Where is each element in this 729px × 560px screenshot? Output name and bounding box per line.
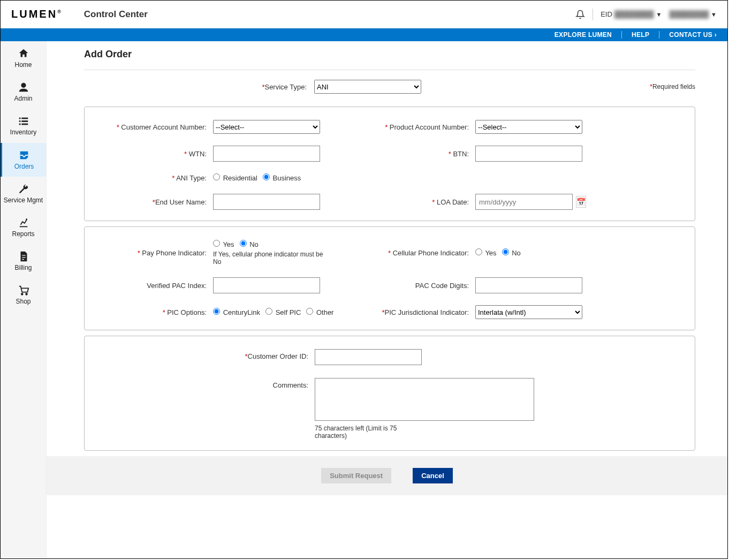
prod-acct-select[interactable]: --Select-- — [475, 120, 582, 134]
invoice-icon — [18, 251, 29, 262]
order-comments-panel: *Customer Order ID: Comments: 75 charact… — [84, 336, 695, 451]
eid-dropdown[interactable]: EID ████████ ▼ — [601, 10, 662, 18]
chart-icon — [18, 217, 29, 229]
footer-actions: Submit Request Cancel — [47, 456, 727, 495]
pac-digits-label: PAC Code Digits: — [325, 282, 475, 290]
cust-order-label: *Customer Order ID: — [95, 349, 315, 360]
submit-button[interactable]: Submit Request — [321, 468, 391, 483]
comments-label: Comments: — [95, 378, 315, 389]
nav-reports[interactable]: Reports — [1, 210, 46, 244]
pic-self-radio[interactable]: Self PIC — [265, 308, 301, 316]
nav-billing[interactable]: Billing — [1, 244, 46, 278]
svg-rect-5 — [19, 124, 20, 125]
ani-residential-radio[interactable]: Residential — [213, 173, 257, 182]
cart-icon — [18, 284, 29, 296]
top-header: LUMEN® Control Center EID ████████ ▼ ███… — [1, 1, 727, 28]
explore-lumen-link[interactable]: EXPLORE LUMEN — [555, 31, 612, 39]
prod-acct-label: * Product Account Number: — [325, 123, 475, 131]
eid-value: ████████ — [614, 10, 654, 18]
btn-label: * BTN: — [325, 150, 475, 158]
pic-centurylink-radio[interactable]: CenturyLink — [213, 308, 260, 316]
chevron-right-icon: › — [715, 31, 717, 39]
inbox-icon — [18, 149, 30, 161]
user-icon — [18, 81, 29, 93]
divider — [84, 70, 695, 70]
svg-point-7 — [21, 293, 22, 295]
cellular-no-radio[interactable]: No — [502, 248, 521, 257]
service-type-select[interactable]: ANI — [314, 80, 421, 94]
loa-date-label: * LOA Date: — [325, 198, 475, 206]
loa-date-input[interactable] — [475, 194, 573, 210]
list-icon — [18, 115, 29, 127]
pac-index-input[interactable] — [213, 277, 320, 293]
cancel-button[interactable]: Cancel — [413, 468, 453, 483]
svg-rect-3 — [19, 120, 20, 122]
contact-us-link[interactable]: CONTACT US › — [669, 31, 717, 39]
char-count-note: 75 characters left (Limit is 75 characte… — [315, 425, 427, 440]
cellular-yes-radio[interactable]: Yes — [475, 248, 497, 257]
chevron-down-icon: ▼ — [656, 11, 662, 18]
separator — [621, 31, 622, 39]
pac-index-label: Verified PAC Index: — [95, 282, 213, 290]
phone-panel: * Pay Phone Indicator: Yes No If Yes, ce… — [84, 226, 695, 330]
payphone-yes-radio[interactable]: Yes — [213, 240, 234, 248]
svg-rect-1 — [19, 118, 20, 119]
logo: LUMEN® — [11, 8, 63, 20]
nav-home[interactable]: Home — [1, 41, 46, 75]
nav-orders[interactable]: Orders — [1, 143, 46, 177]
help-link[interactable]: HELP — [632, 31, 649, 39]
cust-order-input[interactable] — [315, 349, 422, 365]
payphone-label: * Pay Phone Indicator: — [95, 249, 213, 257]
wrench-icon — [18, 183, 29, 195]
separator — [659, 31, 659, 39]
main-content: Add Order *Service Type: ANI *Required f… — [47, 41, 727, 558]
home-icon — [18, 48, 29, 59]
payphone-hint: If Yes, cellular phone indicator must be… — [213, 251, 325, 266]
end-user-input[interactable] — [213, 194, 320, 210]
user-dropdown[interactable]: ████████ ▼ — [669, 10, 717, 18]
nav-shop[interactable]: Shop — [1, 278, 46, 312]
pic-options-label: * PIC Options: — [95, 308, 213, 316]
svg-rect-2 — [21, 118, 28, 119]
app-title: Control Center — [84, 9, 148, 20]
separator — [593, 9, 593, 20]
notifications-icon[interactable] — [575, 10, 585, 19]
utility-bar: EXPLORE LUMEN HELP CONTACT US › — [1, 28, 727, 41]
chevron-down-icon: ▼ — [711, 11, 717, 18]
payphone-no-radio[interactable]: No — [240, 240, 259, 248]
pic-juris-label: *PIC Jurisdictional Indicator: — [325, 308, 475, 316]
ani-business-radio[interactable]: Business — [263, 173, 301, 182]
comments-textarea[interactable] — [315, 378, 534, 421]
pac-digits-input[interactable] — [475, 277, 582, 293]
account-panel: * Customer Account Number: --Select-- * … — [84, 107, 695, 221]
left-nav: Home Admin Inventory Orders Service Mgmt… — [1, 41, 47, 558]
svg-rect-4 — [21, 120, 28, 122]
wtn-input[interactable] — [213, 146, 320, 162]
svg-point-8 — [26, 293, 27, 295]
required-fields-note: *Required fields — [650, 83, 695, 90]
btn-input[interactable] — [475, 146, 582, 162]
page-title: Add Order — [84, 49, 695, 60]
nav-inventory[interactable]: Inventory — [1, 109, 46, 142]
wtn-label: * WTN: — [95, 150, 213, 158]
pic-juris-select[interactable]: Interlata (w/Intl) — [475, 305, 582, 319]
nav-admin[interactable]: Admin — [1, 75, 46, 109]
user-name: ████████ — [669, 10, 709, 18]
service-type-label: *Service Type: — [84, 83, 314, 91]
cust-acct-select[interactable]: --Select-- — [213, 120, 320, 134]
nav-service-mgmt[interactable]: Service Mgmt — [1, 177, 46, 210]
svg-rect-6 — [21, 124, 28, 125]
eid-label: EID — [601, 10, 612, 18]
cellular-label: * Cellular Phone Indicator: — [325, 249, 475, 257]
ani-type-label: * ANI Type: — [95, 174, 213, 182]
calendar-icon[interactable]: 📅 — [576, 196, 586, 208]
cust-acct-label: * Customer Account Number: — [95, 123, 213, 131]
end-user-label: *End User Name: — [95, 198, 213, 206]
svg-point-0 — [21, 83, 26, 88]
